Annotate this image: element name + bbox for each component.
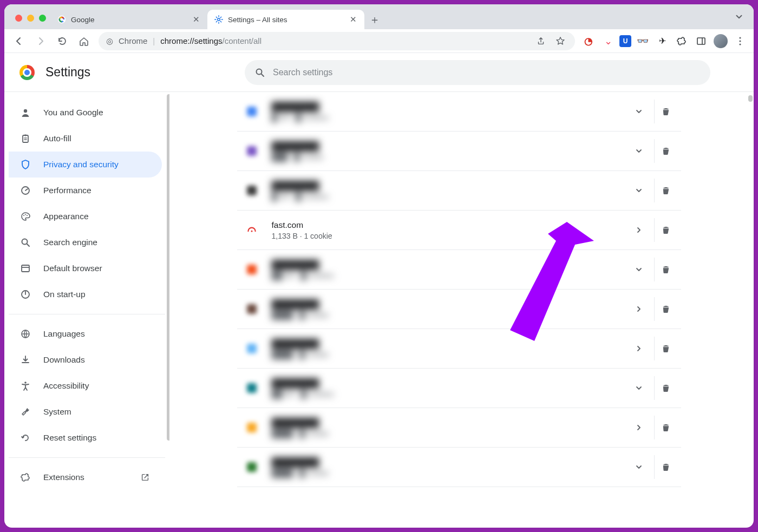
- reset-icon: [19, 432, 31, 444]
- delete-button[interactable]: [654, 258, 678, 281]
- site-title: ████████: [272, 102, 617, 111]
- palette-icon: [19, 211, 31, 222]
- search-input[interactable]: [273, 68, 701, 77]
- site-subtitle: █ KB · █ cookies: [272, 192, 617, 201]
- back-button[interactable]: [10, 32, 28, 50]
- sidebar-item-label: Appearance: [43, 212, 89, 221]
- minimize-window-button[interactable]: [27, 15, 34, 22]
- sidebar-item-system[interactable]: System: [9, 399, 162, 425]
- sidebar-item-privacy-and-security[interactable]: Privacy and security: [9, 152, 162, 178]
- new-tab-button[interactable]: ＋: [367, 11, 383, 28]
- address-bar[interactable]: ◎ Chrome | chrome://settings/content/all: [99, 32, 575, 50]
- browser-window: Google ✕ Settings – All sites ✕ ＋ ◎ Chro…: [4, 4, 754, 528]
- site-subtitle: ████ · █ cookie: [272, 469, 617, 477]
- sidebar-item-downloads[interactable]: Downloads: [9, 347, 162, 373]
- share-icon[interactable]: [534, 34, 548, 48]
- tab-settings[interactable]: Settings – All sites ✕: [207, 10, 364, 29]
- delete-button[interactable]: [654, 376, 678, 400]
- scheme-label: Chrome: [119, 36, 147, 45]
- sidebar-item-search-engine[interactable]: Search engine: [9, 229, 162, 255]
- site-row[interactable]: ████████ ███ · █ cookie: [237, 132, 681, 171]
- sidebar-item-auto-fill[interactable]: Auto-fill: [9, 126, 162, 152]
- expand-button[interactable]: [627, 297, 651, 321]
- site-row[interactable]: fast.com 1,133 B · 1 cookie: [237, 211, 681, 250]
- site-row[interactable]: ████████ █ KB · █ cookies: [237, 171, 681, 211]
- sidebar-item-label: Downloads: [43, 355, 85, 365]
- delete-button[interactable]: [654, 139, 678, 163]
- site-row[interactable]: ████████ ████ · █ cookie: [237, 290, 681, 329]
- site-favicon-icon: [245, 223, 259, 237]
- delete-button[interactable]: [654, 100, 678, 123]
- tab-google[interactable]: Google ✕: [50, 10, 207, 29]
- site-title: ████████: [272, 457, 617, 467]
- delete-button[interactable]: [654, 297, 678, 321]
- expand-button[interactable]: [627, 218, 651, 242]
- open-external-icon: [139, 471, 151, 483]
- site-row[interactable]: ████████ ██ KB · █ cookies: [237, 250, 681, 290]
- site-row[interactable]: ████████ █ KB · █ cookies: [237, 92, 681, 132]
- site-subtitle: ███ · █ cookie: [272, 153, 617, 161]
- wrench-icon: [19, 406, 31, 418]
- forward-button[interactable]: [31, 32, 50, 50]
- bookmark-star-icon[interactable]: [553, 34, 567, 48]
- sidebar-item-label: Search engine: [43, 238, 97, 247]
- side-panel-icon[interactable]: [693, 33, 709, 49]
- settings-body: You and Google Auto-fill Privacy and sec…: [4, 91, 754, 528]
- delete-button[interactable]: [654, 337, 678, 360]
- site-title: ████████: [272, 299, 617, 309]
- site-row[interactable]: ████████ ██ KB · █ cookies: [237, 369, 681, 408]
- close-window-button[interactable]: [15, 15, 22, 22]
- window-controls: [15, 15, 46, 22]
- site-subtitle: █ KB · █ cookies: [272, 113, 617, 122]
- extensions-menu-icon[interactable]: [674, 33, 690, 49]
- sidebar-item-label: Default browser: [43, 264, 102, 273]
- delete-button[interactable]: [654, 179, 678, 202]
- site-row[interactable]: ████████ ████ · █ cookie: [237, 448, 681, 487]
- sidebar-item-you-and-google[interactable]: You and Google: [9, 100, 162, 126]
- expand-button[interactable]: [627, 258, 651, 281]
- extension-icon[interactable]: ✈: [654, 33, 670, 49]
- sidebar-item-label: You and Google: [43, 108, 103, 117]
- sidebar-item-extensions[interactable]: Extensions: [9, 464, 162, 490]
- site-title: fast.com: [272, 220, 617, 230]
- delete-button[interactable]: [654, 416, 678, 439]
- home-button[interactable]: [75, 32, 93, 50]
- search-icon: [19, 237, 31, 248]
- fullscreen-window-button[interactable]: [39, 15, 46, 22]
- expand-button[interactable]: [627, 179, 651, 202]
- expand-button[interactable]: [627, 455, 651, 479]
- sidebar-item-languages[interactable]: Languages: [9, 321, 162, 347]
- sidebar-item-appearance[interactable]: Appearance: [9, 203, 162, 229]
- expand-button[interactable]: [627, 337, 651, 360]
- delete-button[interactable]: [654, 455, 678, 479]
- site-subtitle: ████ · █ cookie: [272, 350, 617, 359]
- main-scrollbar[interactable]: [748, 95, 753, 102]
- close-tab-button[interactable]: ✕: [348, 15, 358, 24]
- sidebar-item-default-browser[interactable]: Default browser: [9, 255, 162, 281]
- extension-bitwarden-icon[interactable]: U: [619, 35, 631, 47]
- expand-button[interactable]: [627, 100, 651, 123]
- expand-button[interactable]: [627, 139, 651, 163]
- delete-button[interactable]: [654, 218, 678, 242]
- settings-search[interactable]: [245, 60, 710, 85]
- site-favicon-icon: [245, 183, 259, 198]
- site-row[interactable]: ████████ ████ · █ cookie: [237, 329, 681, 369]
- chrome-menu-button[interactable]: [732, 33, 748, 49]
- sidebar-item-reset-settings[interactable]: Reset settings: [9, 425, 162, 451]
- site-row[interactable]: ████████ ████ · █ cookie: [237, 408, 681, 448]
- sidebar-item-performance[interactable]: Performance: [9, 178, 162, 203]
- extension-ublock-icon[interactable]: ◔: [580, 33, 597, 49]
- profile-avatar[interactable]: [713, 33, 729, 49]
- expand-button[interactable]: [627, 376, 651, 400]
- tab-overflow-button[interactable]: [734, 12, 744, 22]
- expand-button[interactable]: [627, 416, 651, 439]
- sidebar-item-accessibility[interactable]: Accessibility: [9, 373, 162, 399]
- site-favicon-icon: [245, 421, 259, 435]
- power-icon: [19, 288, 31, 300]
- sidebar-item-on-start-up[interactable]: On start-up: [9, 281, 162, 307]
- close-tab-button[interactable]: ✕: [191, 15, 201, 24]
- extension-pocket-icon[interactable]: ⌄: [600, 33, 616, 49]
- site-favicon-icon: [245, 341, 259, 356]
- extension-icon[interactable]: 👓: [635, 33, 651, 49]
- reload-button[interactable]: [53, 32, 71, 50]
